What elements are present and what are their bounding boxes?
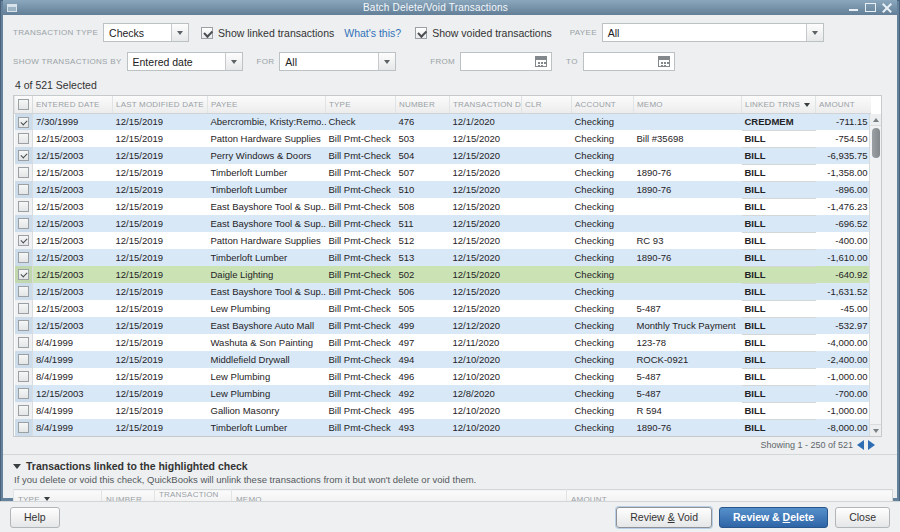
select-all-checkbox[interactable]: [18, 99, 29, 110]
col-payee[interactable]: PAYEE: [208, 96, 326, 113]
chevron-down-icon[interactable]: [225, 53, 242, 70]
cell-entered-date: 7/30/1999: [33, 113, 113, 130]
col-clr[interactable]: CLR: [522, 96, 572, 113]
filter-bar: TRANSACTION TYPE Checks Show linked tran…: [3, 15, 897, 79]
table-row[interactable]: 12/15/200312/15/2019Perry Windows & Door…: [15, 147, 871, 164]
col-linked-trns[interactable]: LINKED TRNS: [742, 96, 816, 113]
cell-entered-date: 8/4/1999: [33, 351, 113, 368]
to-date-input[interactable]: [583, 52, 675, 71]
table-row[interactable]: 12/15/200312/15/2019East Bayshore Auto M…: [15, 317, 871, 334]
whats-this-link[interactable]: What's this?: [344, 27, 401, 39]
table-row[interactable]: 8/4/199912/15/2019Gallion MasonryBill Pm…: [15, 402, 871, 419]
table-row[interactable]: 12/15/200312/15/2019Daigle LightingBill …: [15, 266, 871, 283]
col-transaction-date[interactable]: TRANSACTION DATE: [450, 96, 522, 113]
cell-memo: 1890-76: [634, 249, 742, 266]
cell-entered-date: 12/15/2003: [33, 164, 113, 181]
maximize-icon[interactable]: [865, 3, 876, 12]
row-checkbox[interactable]: [18, 133, 29, 144]
row-checkbox[interactable]: [18, 371, 29, 382]
scroll-down-icon[interactable]: [870, 424, 881, 436]
chevron-down-icon[interactable]: [378, 53, 395, 70]
row-checkbox[interactable]: [18, 405, 29, 416]
help-button[interactable]: Help: [10, 507, 60, 528]
next-page-icon[interactable]: [868, 440, 875, 450]
cell-transaction-date: 12/15/2020: [450, 249, 522, 266]
chevron-down-icon[interactable]: [171, 24, 188, 41]
col-memo[interactable]: MEMO: [634, 96, 742, 113]
table-row[interactable]: 12/15/200312/15/2019Timberloft LumberBil…: [15, 181, 871, 198]
row-checkbox[interactable]: [18, 218, 29, 229]
show-linked-checkbox[interactable]: [201, 27, 213, 39]
col-type[interactable]: TYPE: [326, 96, 396, 113]
col-number[interactable]: NUMBER: [396, 96, 450, 113]
prev-page-icon[interactable]: [857, 440, 864, 450]
minimize-icon[interactable]: [848, 3, 859, 12]
chevron-down-icon[interactable]: [806, 24, 823, 41]
row-checkbox[interactable]: [18, 150, 29, 161]
row-checkbox[interactable]: [18, 117, 29, 128]
table-row[interactable]: 7/30/199912/15/2019Abercrombie, Kristy:R…: [15, 113, 871, 130]
col-account[interactable]: ACCOUNT: [572, 96, 634, 113]
payee-dropdown[interactable]: All: [602, 23, 824, 42]
row-checkbox[interactable]: [18, 167, 29, 178]
col-amount[interactable]: AMOUNT: [816, 96, 871, 113]
table-row[interactable]: 8/4/199912/15/2019Timberloft LumberBill …: [15, 419, 871, 436]
row-checkbox[interactable]: [18, 286, 29, 297]
calendar-icon[interactable]: [658, 56, 670, 67]
table-row[interactable]: 12/15/200312/15/2019East Bayshore Tool &…: [15, 215, 871, 232]
table-row[interactable]: 8/4/199912/15/2019Lew PlumbingBill Pmt-C…: [15, 368, 871, 385]
table-row[interactable]: 12/15/200312/15/2019East Bayshore Tool &…: [15, 283, 871, 300]
row-checkbox[interactable]: [18, 422, 29, 433]
cell-last-modified-date: 12/15/2019: [113, 130, 208, 147]
cell-account: Checking: [572, 164, 634, 181]
table-row[interactable]: 12/15/200312/15/2019Timberloft LumberBil…: [15, 249, 871, 266]
row-checkbox[interactable]: [18, 388, 29, 399]
row-checkbox[interactable]: [18, 320, 29, 331]
cell-account: Checking: [572, 232, 634, 249]
table-row[interactable]: 8/4/199912/15/2019Washuta & Son Painting…: [15, 334, 871, 351]
show-voided-checkbox[interactable]: [415, 27, 427, 39]
scroll-up-icon[interactable]: [870, 114, 881, 126]
table-row[interactable]: 12/15/200312/15/2019Timberloft LumberBil…: [15, 164, 871, 181]
review-and-delete-button[interactable]: Review & Delete: [719, 507, 828, 528]
scrollbar-thumb[interactable]: [872, 128, 880, 158]
row-checkbox[interactable]: [18, 252, 29, 263]
cell-transaction-date: 12/1/2020: [450, 113, 522, 130]
row-checkbox[interactable]: [18, 303, 29, 314]
table-row[interactable]: 12/15/200312/15/2019Patton Hardware Supp…: [15, 130, 871, 147]
row-checkbox[interactable]: [18, 269, 29, 280]
col-entered-date[interactable]: ENTERED DATE: [33, 96, 113, 113]
linked-panel-header[interactable]: Transactions linked to the highlighted c…: [13, 460, 887, 472]
table-row[interactable]: 12/15/200312/15/2019Patton Hardware Supp…: [15, 232, 871, 249]
show-by-dropdown[interactable]: Entered date: [127, 52, 243, 71]
cell-number: 497: [396, 334, 450, 351]
close-icon[interactable]: [882, 3, 893, 12]
row-checkbox[interactable]: [18, 184, 29, 195]
table-row[interactable]: 8/4/199912/15/2019Middlefield DrywallBil…: [15, 351, 871, 368]
cell-clr: [522, 419, 572, 436]
row-checkbox[interactable]: [18, 201, 29, 212]
cell-memo: 1890-76: [634, 419, 742, 436]
transaction-type-dropdown[interactable]: Checks: [103, 23, 189, 42]
cell-amount: -1,610.00: [816, 249, 871, 266]
collapse-icon[interactable]: [13, 464, 21, 469]
sort-desc-icon: [804, 103, 810, 107]
cell-payee: Washuta & Son Painting: [208, 334, 326, 351]
row-checkbox[interactable]: [18, 354, 29, 365]
row-checkbox[interactable]: [18, 337, 29, 348]
show-linked-label: Show linked transactions: [218, 27, 334, 39]
cell-memo: [634, 113, 742, 130]
table-row[interactable]: 12/15/200312/15/2019Lew PlumbingBill Pmt…: [15, 385, 871, 402]
row-checkbox[interactable]: [18, 235, 29, 246]
vertical-scrollbar[interactable]: [869, 114, 881, 436]
review-and-void-button[interactable]: Review & Void: [616, 507, 712, 528]
row-checkbox-cell: [15, 351, 33, 368]
table-row[interactable]: 12/15/200312/15/2019East Bayshore Tool &…: [15, 198, 871, 215]
col-last-modified-date[interactable]: LAST MODIFIED DATE: [113, 96, 208, 113]
close-button[interactable]: Close: [835, 507, 890, 528]
from-date-input[interactable]: [460, 52, 552, 71]
calendar-icon[interactable]: [535, 56, 547, 67]
table-row[interactable]: 12/15/200312/15/2019Lew PlumbingBill Pmt…: [15, 300, 871, 317]
cell-type: Bill Pmt-Check: [326, 368, 396, 385]
for-dropdown[interactable]: All: [279, 52, 396, 71]
